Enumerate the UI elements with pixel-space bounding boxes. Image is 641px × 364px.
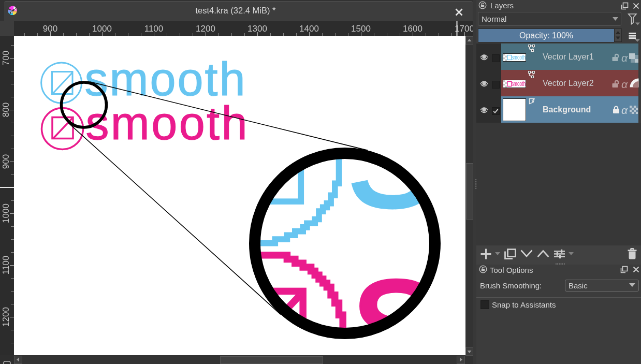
svg-text:smooth: smooth [512, 54, 526, 61]
svg-text:1300: 1300 [247, 24, 267, 34]
svg-text:900: 900 [1, 154, 11, 169]
svg-text:1100: 1100 [144, 24, 164, 34]
svg-text:smooth: smooth [512, 80, 526, 88]
svg-text:700: 700 [1, 51, 11, 65]
svg-text:1000: 1000 [1, 203, 11, 223]
svg-text:1500: 1500 [351, 24, 371, 34]
svg-text:1400: 1400 [299, 24, 319, 34]
svg-text:1600: 1600 [403, 24, 423, 34]
svg-text:900: 900 [43, 24, 57, 34]
svg-text:1200: 1200 [196, 24, 215, 34]
svg-text:1100: 1100 [1, 256, 11, 275]
svg-text:800: 800 [1, 103, 11, 117]
svg-text:1200: 1200 [1, 307, 11, 327]
svg-text:1000: 1000 [92, 24, 112, 34]
